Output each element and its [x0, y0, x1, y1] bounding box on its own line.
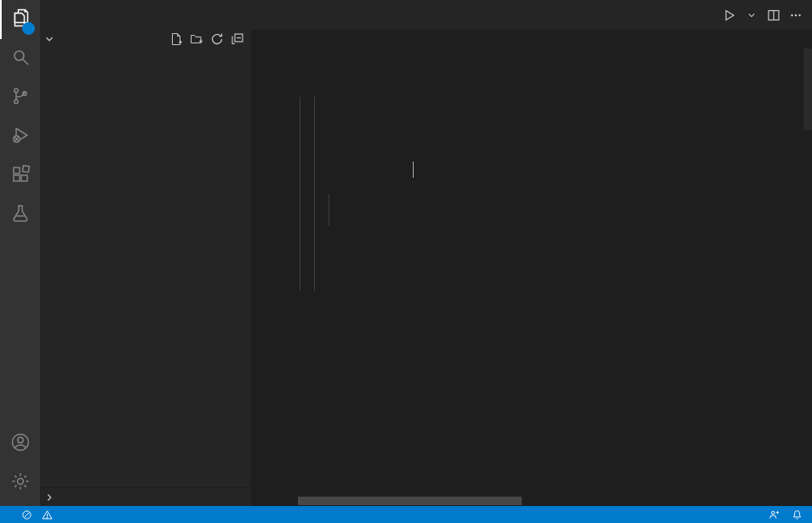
indent-guide [314, 97, 315, 291]
new-folder-icon[interactable] [190, 32, 203, 46]
collapse-all-icon[interactable] [231, 32, 244, 46]
outline-section-header[interactable] [40, 487, 251, 506]
feedback-icon [769, 509, 780, 520]
sidebar-title-row [40, 0, 251, 30]
new-file-icon[interactable] [169, 32, 183, 46]
refresh-icon[interactable] [210, 32, 224, 46]
run-python-file-button[interactable] [720, 6, 739, 25]
run-dropdown-chevron-icon[interactable] [742, 6, 761, 25]
breadcrumb [251, 30, 812, 48]
text-cursor [413, 162, 415, 178]
error-icon [21, 509, 32, 520]
account-icon [10, 432, 31, 456]
vscode-window [0, 0, 812, 523]
chevron-right-icon [43, 492, 55, 503]
activity-account[interactable] [0, 424, 40, 463]
activity-explorer[interactable] [0, 0, 40, 39]
activity-bar [0, 0, 40, 506]
problems-status[interactable] [15, 506, 61, 523]
workspace-section-header[interactable] [40, 30, 251, 48]
activity-testing[interactable] [0, 196, 40, 235]
indent-guide [300, 97, 300, 291]
activity-settings[interactable] [0, 463, 40, 503]
notifications-bell-button[interactable] [786, 506, 809, 523]
minimap[interactable] [747, 48, 803, 151]
warning-icon [42, 509, 53, 520]
editor-more-actions-button[interactable] [786, 6, 805, 25]
status-bar [0, 506, 812, 523]
file-tree [40, 48, 251, 487]
extensions-icon [10, 164, 31, 188]
run-debug-icon [10, 125, 31, 149]
activity-source-control[interactable] [0, 78, 40, 117]
code-editor[interactable] [251, 48, 812, 506]
python-interpreter-status[interactable] [3, 506, 15, 523]
activity-run-debug[interactable] [0, 117, 40, 156]
tab-bar [251, 0, 812, 30]
beaker-icon [10, 203, 31, 227]
split-editor-button[interactable] [764, 6, 783, 25]
explorer-badge [22, 22, 35, 35]
bell-icon [792, 509, 803, 520]
chevron-down-icon [43, 33, 55, 45]
feedback-button[interactable] [763, 506, 786, 523]
gear-icon [10, 471, 31, 495]
activity-search[interactable] [0, 39, 40, 78]
search-icon [10, 47, 31, 71]
editor-group [251, 0, 812, 506]
activity-extensions[interactable] [0, 156, 40, 196]
explorer-sidebar [40, 0, 251, 506]
vertical-scrollbar[interactable] [803, 48, 812, 506]
horizontal-scrollbar[interactable] [298, 497, 522, 505]
indent-guide [329, 194, 329, 226]
git-branch-icon [10, 86, 31, 110]
